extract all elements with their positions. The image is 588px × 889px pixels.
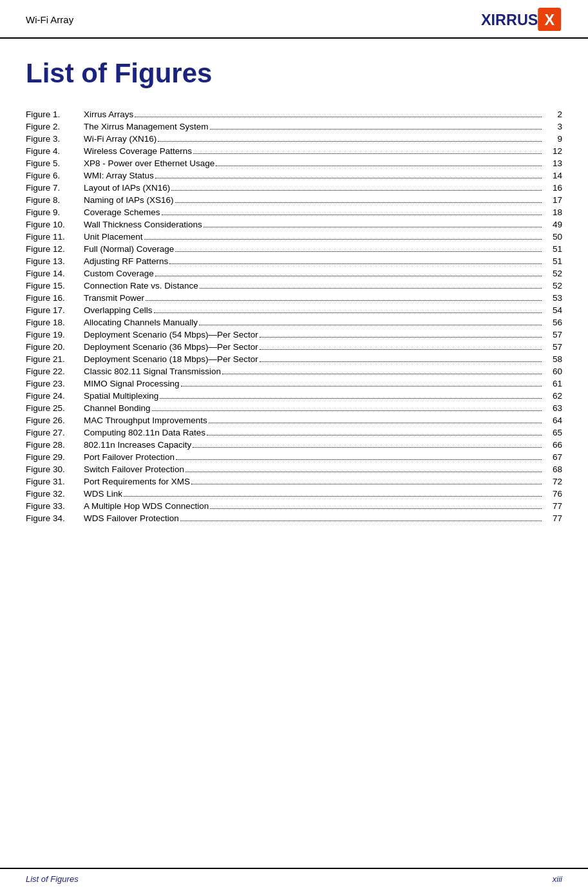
page-footer: List of Figures xiii — [0, 868, 588, 889]
figures-table: Figure 1.Xirrus Arrays2Figure 2.The Xirr… — [26, 108, 562, 524]
figure-page: 2 — [543, 110, 562, 119]
figure-number: Figure 6. — [26, 169, 84, 182]
list-item: Figure 32.WDS Link76 — [26, 488, 562, 500]
list-item: Figure 33.A Multiple Hop WDS Connection7… — [26, 500, 562, 512]
list-item: Figure 24.Spatial Multiplexing62 — [26, 390, 562, 402]
figure-number: Figure 9. — [26, 206, 84, 218]
footer-left: List of Figures — [26, 874, 79, 884]
svg-text:X: X — [544, 12, 555, 28]
figure-page: 9 — [543, 134, 562, 144]
figure-title: Naming of IAPs (XS16)17 — [84, 194, 562, 206]
figure-page: 63 — [543, 403, 562, 413]
figure-page: 3 — [543, 122, 562, 131]
figure-title: Wireless Coverage Patterns12 — [84, 145, 562, 157]
list-item: Figure 16.Transmit Power53 — [26, 292, 562, 304]
figure-page: 65 — [543, 428, 562, 437]
list-item: Figure 27.Computing 802.11n Data Rates65 — [26, 426, 562, 439]
figure-page: 66 — [543, 440, 562, 450]
list-item: Figure 1.Xirrus Arrays2 — [26, 108, 562, 120]
figure-number: Figure 25. — [26, 402, 84, 414]
list-item: Figure 21.Deployment Scenario (18 Mbps)—… — [26, 353, 562, 365]
list-item: Figure 20.Deployment Scenario (36 Mbps)—… — [26, 341, 562, 353]
list-item: Figure 13.Adjusting RF Patterns51 — [26, 255, 562, 267]
list-item: Figure 29.Port Failover Protection67 — [26, 451, 562, 463]
figure-page: 17 — [543, 195, 562, 205]
figure-title: Coverage Schemes18 — [84, 206, 562, 218]
page-header: Wi-Fi Array X XIRRUS — [0, 0, 588, 39]
figure-number: Figure 21. — [26, 353, 84, 365]
figure-number: Figure 2. — [26, 120, 84, 133]
figure-page: 49 — [543, 220, 562, 229]
figure-number: Figure 14. — [26, 267, 84, 280]
figure-title: Transmit Power53 — [84, 292, 562, 304]
figure-page: 77 — [543, 501, 562, 511]
figure-title: Channel Bonding63 — [84, 402, 562, 414]
figure-title: Computing 802.11n Data Rates65 — [84, 426, 562, 439]
figure-page: 67 — [543, 452, 562, 462]
figure-title: A Multiple Hop WDS Connection77 — [84, 500, 562, 512]
figure-number: Figure 24. — [26, 390, 84, 402]
figure-page: 61 — [543, 379, 562, 388]
list-item: Figure 22.Classic 802.11 Signal Transmis… — [26, 365, 562, 378]
figure-page: 60 — [543, 367, 562, 376]
figure-page: 77 — [543, 513, 562, 523]
figure-number: Figure 11. — [26, 231, 84, 243]
figure-page: 12 — [543, 146, 562, 156]
figure-number: Figure 23. — [26, 378, 84, 390]
figure-page: 13 — [543, 158, 562, 168]
figure-page: 56 — [543, 318, 562, 327]
figure-number: Figure 12. — [26, 243, 84, 255]
figure-title: Unit Placement50 — [84, 231, 562, 243]
figure-title: Deployment Scenario (36 Mbps)—Per Sector… — [84, 341, 562, 353]
figure-page: 54 — [543, 305, 562, 315]
figure-number: Figure 4. — [26, 145, 84, 157]
figure-number: Figure 13. — [26, 255, 84, 267]
list-item: Figure 4.Wireless Coverage Patterns12 — [26, 145, 562, 157]
figure-title: Deployment Scenario (18 Mbps)—Per Sector… — [84, 353, 562, 365]
figure-title: Wall Thickness Considerations49 — [84, 218, 562, 231]
figure-title: Wi-Fi Array (XN16)9 — [84, 133, 562, 145]
figure-title: Overlapping Cells54 — [84, 304, 562, 316]
figure-title: WDS Link76 — [84, 488, 562, 500]
header-title: Wi-Fi Array — [26, 14, 73, 25]
figure-title: Allocating Channels Manually56 — [84, 316, 562, 329]
figure-page: 76 — [543, 489, 562, 499]
list-item: Figure 17.Overlapping Cells54 — [26, 304, 562, 316]
figure-page: 52 — [543, 269, 562, 278]
figure-title: 802.11n Increases Capacity66 — [84, 439, 562, 451]
figure-number: Figure 30. — [26, 463, 84, 475]
page-title: List of Figures — [26, 58, 562, 89]
figure-title: XP8 - Power over Ethernet Usage13 — [84, 157, 562, 169]
list-item: Figure 11.Unit Placement50 — [26, 231, 562, 243]
figure-title: Xirrus Arrays2 — [84, 108, 562, 120]
list-item: Figure 18.Allocating Channels Manually56 — [26, 316, 562, 329]
list-item: Figure 8.Naming of IAPs (XS16)17 — [26, 194, 562, 206]
svg-text:XIRRUS: XIRRUS — [481, 12, 538, 28]
figure-title: Adjusting RF Patterns51 — [84, 255, 562, 267]
figure-number: Figure 15. — [26, 280, 84, 292]
figure-page: 68 — [543, 464, 562, 474]
footer-right: xiii — [553, 874, 562, 884]
list-item: Figure 15.Connection Rate vs. Distance52 — [26, 280, 562, 292]
figure-title: Port Requirements for XMS72 — [84, 475, 562, 488]
figure-number: Figure 28. — [26, 439, 84, 451]
logo: X XIRRUS — [481, 8, 562, 31]
list-item: Figure 31.Port Requirements for XMS72 — [26, 475, 562, 488]
figure-title: WMI: Array Status14 — [84, 169, 562, 182]
figure-page: 64 — [543, 416, 562, 425]
figure-number: Figure 1. — [26, 108, 84, 120]
figure-page: 58 — [543, 354, 562, 364]
figure-page: 62 — [543, 391, 562, 401]
figure-number: Figure 27. — [26, 426, 84, 439]
figure-title: The Xirrus Management System3 — [84, 120, 562, 133]
list-item: Figure 23.MIMO Signal Processing61 — [26, 378, 562, 390]
figure-number: Figure 32. — [26, 488, 84, 500]
figure-page: 72 — [543, 477, 562, 486]
figure-title: MAC Throughput Improvements64 — [84, 414, 562, 426]
figure-number: Figure 22. — [26, 365, 84, 378]
list-item: Figure 6.WMI: Array Status14 — [26, 169, 562, 182]
figure-number: Figure 34. — [26, 512, 84, 524]
figure-page: 57 — [543, 342, 562, 352]
figure-page: 14 — [543, 171, 562, 180]
xirrus-logo: X XIRRUS — [481, 8, 562, 31]
